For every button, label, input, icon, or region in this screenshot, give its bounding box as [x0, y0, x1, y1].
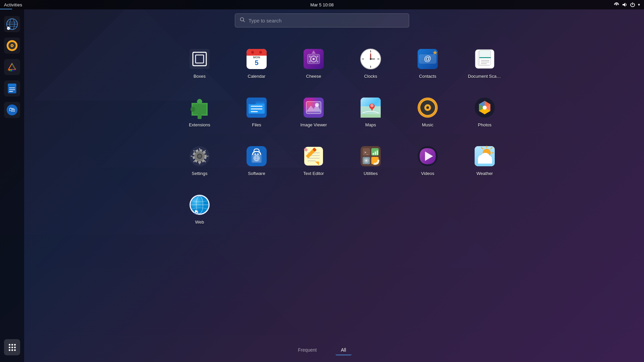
activities-button[interactable]: Activities: [4, 2, 22, 7]
files-icon: [245, 96, 269, 120]
svg-point-126: [257, 153, 259, 155]
dots-row-2: [9, 347, 16, 348]
app-item-contacts[interactable]: @ Contacts: [401, 44, 454, 82]
search-container: [235, 13, 409, 27]
svg-point-90: [197, 99, 202, 104]
dot: [9, 349, 10, 351]
app-label-photos: Photos: [478, 122, 491, 127]
notes-icon: [6, 82, 18, 95]
svg-point-113: [426, 106, 429, 109]
bottom-tabs: Frequent All: [292, 345, 352, 355]
dots-row-1: [9, 344, 16, 346]
dot: [9, 347, 10, 348]
svg-rect-106: [361, 114, 381, 118]
app-item-clocks[interactable]: Clocks: [344, 44, 397, 82]
image-viewer-icon: [302, 96, 326, 120]
app-label-boxes: Boxes: [194, 74, 206, 79]
dot: [14, 344, 16, 346]
app-item-videos[interactable]: Videos: [401, 141, 454, 179]
app-item-software[interactable]: Software: [230, 141, 283, 179]
app-item-music[interactable]: Music: [401, 92, 454, 131]
sidebar-item-web-browser[interactable]: [4, 16, 20, 32]
contacts-icon: @: [416, 47, 440, 71]
app-item-maps[interactable]: Maps: [344, 92, 397, 131]
power-icon[interactable]: [630, 2, 635, 7]
dot: [9, 344, 10, 346]
app-label-calendar: Calendar: [248, 74, 266, 79]
maps-icon: [359, 96, 383, 120]
app-label-settings: Settings: [192, 171, 208, 176]
svg-rect-86: [479, 50, 491, 58]
svg-point-125: [254, 153, 256, 155]
app-item-image-viewer[interactable]: Image Viewer: [287, 92, 340, 131]
app-item-extensions[interactable]: Extensions: [173, 92, 226, 131]
svg-line-46: [244, 21, 245, 22]
svg-point-19: [616, 4, 617, 5]
app-label-clocks: Clocks: [364, 74, 377, 79]
svg-text:MON: MON: [253, 56, 260, 59]
show-apps-button[interactable]: [4, 339, 20, 355]
calendar-icon: MON 5: [245, 47, 269, 71]
cheese-icon: [302, 47, 326, 71]
settings-icon: [187, 144, 212, 168]
svg-point-108: [370, 104, 374, 107]
svg-rect-145: [373, 153, 374, 155]
music-icon: [416, 96, 440, 120]
sidebar-item-software[interactable]: 🛍: [4, 102, 20, 118]
network-icon[interactable]: [614, 2, 619, 7]
app-item-settings[interactable]: Settings: [173, 141, 226, 179]
sidebar: 🛍: [0, 9, 24, 362]
system-menu-arrow[interactable]: ▾: [638, 2, 640, 7]
app-item-calendar[interactable]: MON 5 Calendar: [230, 44, 283, 82]
app-item-files[interactable]: Files: [230, 92, 283, 131]
search-input[interactable]: [249, 18, 404, 23]
app-label-document-scanner: Document Scan...: [468, 74, 501, 79]
app-item-photos[interactable]: Photos: [458, 92, 512, 131]
svg-text:🛍: 🛍: [9, 106, 15, 113]
sound-icon[interactable]: [622, 2, 627, 7]
app-label-cheese: Cheese: [306, 74, 321, 79]
svg-rect-63: [317, 56, 318, 57]
app-item-document-scanner[interactable]: Document Scan...: [458, 44, 512, 82]
app-item-text-editor[interactable]: Text Editor: [287, 141, 340, 179]
sidebar-item-notes[interactable]: [4, 80, 20, 97]
app-item-cheese[interactable]: Cheese: [287, 44, 340, 82]
svg-point-76: [370, 58, 372, 60]
app-label-extensions: Extensions: [189, 122, 210, 127]
svg-text:>_: >_: [364, 150, 369, 155]
tab-frequent[interactable]: Frequent: [292, 345, 322, 355]
svg-line-34: [11, 69, 11, 71]
svg-point-91: [191, 107, 195, 112]
dot: [11, 347, 13, 348]
app-item-web[interactable]: Web: [173, 189, 226, 228]
app-item-weather[interactable]: Weather: [458, 141, 512, 179]
app-label-music: Music: [422, 122, 433, 127]
app-label-utilities: Utilities: [364, 171, 378, 176]
svg-point-117: [483, 106, 487, 110]
sound-app-icon: [6, 40, 18, 52]
app-item-utilities[interactable]: >_ Utilities: [344, 141, 397, 179]
svg-rect-65: [317, 61, 318, 62]
app-label-contacts: Contacts: [419, 74, 436, 79]
tab-all[interactable]: All: [335, 345, 352, 355]
videos-icon: [416, 144, 440, 168]
svg-point-122: [198, 155, 201, 158]
search-bar[interactable]: [235, 13, 409, 27]
svg-point-102: [315, 103, 319, 107]
app-item-boxes[interactable]: Boxes: [173, 44, 226, 82]
svg-line-36: [13, 69, 13, 71]
svg-rect-147: [377, 150, 378, 155]
svg-point-149: [365, 160, 367, 162]
prism-icon: [6, 61, 18, 73]
app-label-text-editor: Text Editor: [303, 171, 324, 176]
svg-point-61: [313, 58, 315, 60]
app-label-image-viewer: Image Viewer: [300, 122, 327, 127]
text-editor-icon: [302, 144, 326, 168]
sidebar-item-sound[interactable]: [4, 38, 20, 54]
sidebar-item-prism[interactable]: [4, 59, 20, 75]
svg-rect-62: [309, 56, 311, 57]
svg-rect-39: [8, 84, 16, 86]
svg-rect-52: [247, 52, 267, 56]
svg-rect-64: [309, 61, 311, 62]
svg-point-29: [11, 45, 13, 46]
